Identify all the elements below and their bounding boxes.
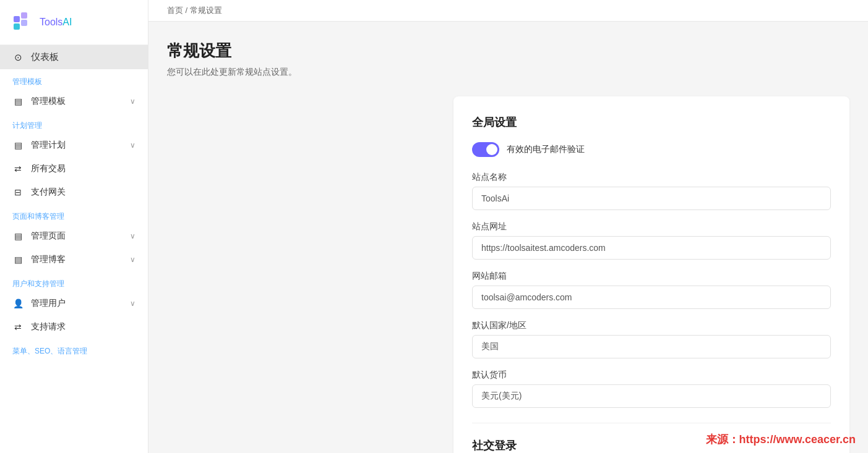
breadcrumb: 首页 / 常规设置 bbox=[148, 0, 868, 22]
sidebar-item-payment-gateway[interactable]: ⊟ 支付网关 bbox=[0, 180, 148, 204]
payment-icon: ⊟ bbox=[12, 187, 24, 198]
chevron-icon: ∨ bbox=[130, 97, 135, 106]
site-url-input[interactable] bbox=[472, 236, 831, 260]
support-icon: ⇄ bbox=[12, 321, 24, 332]
logo-icon bbox=[12, 11, 35, 33]
sidebar: ToolsAI ⊙ 仪表板 管理模板 ▤ 管理模板 ∨ 计划管理 ▤ 管理计划 … bbox=[0, 0, 148, 453]
default-country-label: 默认国家/地区 bbox=[472, 320, 831, 331]
svg-rect-3 bbox=[21, 20, 27, 26]
chevron-icon: ∨ bbox=[130, 299, 135, 308]
section-label-pages: 页面和博客管理 bbox=[0, 204, 148, 224]
main-content-wrapper: 首页 / 常规设置 常规设置 您可以在此处更新常规站点设置。 全局设置 有效的电… bbox=[148, 0, 868, 453]
blog-icon: ▤ bbox=[12, 254, 24, 265]
logo-text: ToolsAI bbox=[40, 17, 72, 28]
sidebar-item-manage-templates[interactable]: ▤ 管理模板 ∨ bbox=[0, 90, 148, 113]
site-name-group: 站点名称 bbox=[472, 172, 831, 210]
default-currency-label: 默认货币 bbox=[472, 370, 831, 381]
divider bbox=[472, 423, 831, 423]
sidebar-item-dashboard[interactable]: ⊙ 仪表板 bbox=[0, 45, 148, 69]
default-currency-input[interactable] bbox=[472, 384, 831, 408]
page-title: 常规设置 bbox=[167, 40, 849, 62]
email-verification-label: 有效的电子邮件验证 bbox=[507, 144, 585, 155]
section-label-users: 用户和支持管理 bbox=[0, 271, 148, 292]
pages-icon: ▤ bbox=[12, 231, 24, 242]
email-verification-toggle[interactable] bbox=[472, 142, 499, 157]
site-name-input[interactable] bbox=[472, 187, 831, 210]
users-icon: 👤 bbox=[12, 298, 24, 309]
logo: ToolsAI bbox=[0, 0, 148, 45]
site-email-input[interactable] bbox=[472, 286, 831, 309]
main: 首页 / 常规设置 常规设置 您可以在此处更新常规站点设置。 全局设置 有效的电… bbox=[148, 0, 868, 453]
email-verification-row: 有效的电子邮件验证 bbox=[472, 142, 831, 157]
sidebar-item-all-transactions[interactable]: ⇄ 所有交易 bbox=[0, 157, 148, 180]
svg-rect-0 bbox=[14, 16, 20, 22]
section-label-seo: 菜单、SEO、语言管理 bbox=[0, 339, 148, 359]
site-url-group: 站点网址 bbox=[472, 221, 831, 260]
site-email-label: 网站邮箱 bbox=[472, 271, 831, 282]
sidebar-item-manage-plans[interactable]: ▤ 管理计划 ∨ bbox=[0, 133, 148, 157]
transactions-icon: ⇄ bbox=[12, 163, 24, 174]
sidebar-item-manage-users[interactable]: 👤 管理用户 ∨ bbox=[0, 292, 148, 315]
section-label-plans: 计划管理 bbox=[0, 113, 148, 133]
site-email-group: 网站邮箱 bbox=[472, 271, 831, 309]
chevron-icon: ∨ bbox=[130, 232, 135, 240]
default-country-group: 默认国家/地区 bbox=[472, 320, 831, 358]
templates-icon: ▤ bbox=[12, 96, 24, 107]
default-currency-group: 默认货币 bbox=[472, 370, 831, 408]
global-settings-title: 全局设置 bbox=[472, 115, 831, 130]
svg-rect-1 bbox=[21, 12, 27, 19]
settings-card: 全局设置 有效的电子邮件验证 站点名称 站点网址 bbox=[453, 96, 849, 453]
svg-rect-2 bbox=[14, 23, 20, 30]
page-subtitle: 您可以在此处更新常规站点设置。 bbox=[167, 67, 849, 78]
sidebar-item-manage-pages[interactable]: ▤ 管理页面 ∨ bbox=[0, 224, 148, 248]
default-country-input[interactable] bbox=[472, 335, 831, 358]
plans-icon: ▤ bbox=[12, 140, 24, 151]
chevron-icon: ∨ bbox=[130, 141, 135, 150]
chevron-icon: ∨ bbox=[130, 255, 135, 264]
sidebar-item-support-requests[interactable]: ⇄ 支持请求 bbox=[0, 315, 148, 339]
site-name-label: 站点名称 bbox=[472, 172, 831, 183]
sidebar-item-manage-blog[interactable]: ▤ 管理博客 ∨ bbox=[0, 248, 148, 271]
section-label-templates: 管理模板 bbox=[0, 69, 148, 90]
dashboard-icon: ⊙ bbox=[12, 52, 24, 63]
site-url-label: 站点网址 bbox=[472, 221, 831, 232]
social-login-title: 社交登录 bbox=[472, 438, 831, 453]
page-content: 常规设置 您可以在此处更新常规站点设置。 全局设置 有效的电子邮件验证 站点名称 bbox=[148, 22, 868, 453]
